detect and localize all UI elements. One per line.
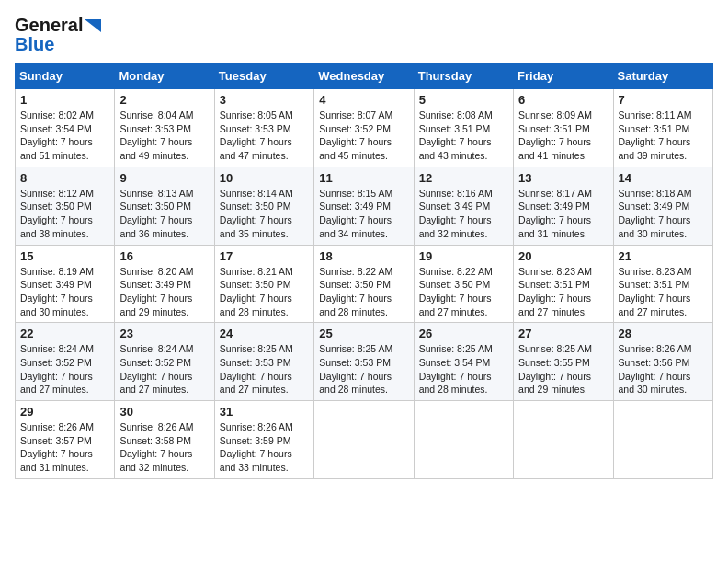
day-info: Sunrise: 8:23 AM Sunset: 3:51 PM Dayligh… bbox=[619, 265, 708, 319]
day-number: 24 bbox=[220, 327, 309, 340]
calendar-cell: 4 Sunrise: 8:07 AM Sunset: 3:52 PM Dayli… bbox=[314, 89, 414, 167]
day-info: Sunrise: 8:22 AM Sunset: 3:50 PM Dayligh… bbox=[419, 265, 508, 319]
day-number: 27 bbox=[518, 327, 608, 340]
day-info: Sunrise: 8:25 AM Sunset: 3:53 PM Dayligh… bbox=[220, 342, 309, 396]
logo: General Blue bbox=[15, 15, 101, 55]
day-info: Sunrise: 8:22 AM Sunset: 3:50 PM Dayligh… bbox=[319, 265, 408, 319]
day-info: Sunrise: 8:15 AM Sunset: 3:49 PM Dayligh… bbox=[319, 187, 408, 241]
day-info: Sunrise: 8:13 AM Sunset: 3:50 PM Dayligh… bbox=[119, 187, 209, 241]
day-number: 16 bbox=[119, 249, 209, 263]
calendar-cell: 3 Sunrise: 8:05 AM Sunset: 3:53 PM Dayli… bbox=[214, 89, 313, 167]
day-info: Sunrise: 8:05 AM Sunset: 3:53 PM Dayligh… bbox=[220, 109, 309, 163]
calendar-cell: 31 Sunrise: 8:26 AM Sunset: 3:59 PM Dayl… bbox=[214, 401, 313, 479]
day-number: 14 bbox=[619, 171, 708, 185]
day-info: Sunrise: 8:14 AM Sunset: 3:50 PM Dayligh… bbox=[220, 187, 309, 241]
weekday-header-friday: Friday bbox=[514, 63, 613, 89]
day-info: Sunrise: 8:21 AM Sunset: 3:50 PM Dayligh… bbox=[220, 265, 309, 319]
day-info: Sunrise: 8:20 AM Sunset: 3:49 PM Dayligh… bbox=[119, 265, 209, 319]
day-number: 29 bbox=[20, 405, 109, 419]
day-number: 2 bbox=[119, 93, 209, 107]
calendar-cell: 17 Sunrise: 8:21 AM Sunset: 3:50 PM Dayl… bbox=[214, 245, 313, 323]
calendar-cell: 9 Sunrise: 8:13 AM Sunset: 3:50 PM Dayli… bbox=[115, 167, 214, 245]
day-number: 20 bbox=[518, 249, 608, 263]
day-number: 6 bbox=[518, 93, 608, 107]
day-number: 22 bbox=[20, 327, 109, 340]
day-number: 4 bbox=[319, 93, 408, 107]
day-number: 15 bbox=[20, 249, 109, 263]
logo-container: General Blue bbox=[15, 15, 101, 55]
calendar-table: SundayMondayTuesdayWednesdayThursdayFrid… bbox=[15, 63, 713, 479]
calendar-cell: 19 Sunrise: 8:22 AM Sunset: 3:50 PM Dayl… bbox=[414, 245, 513, 323]
calendar-cell: 5 Sunrise: 8:08 AM Sunset: 3:51 PM Dayli… bbox=[414, 89, 513, 167]
day-number: 3 bbox=[220, 93, 309, 107]
day-number: 28 bbox=[619, 327, 708, 340]
day-number: 23 bbox=[119, 327, 209, 340]
day-info: Sunrise: 8:04 AM Sunset: 3:53 PM Dayligh… bbox=[119, 109, 209, 163]
day-info: Sunrise: 8:11 AM Sunset: 3:51 PM Dayligh… bbox=[619, 109, 708, 163]
day-info: Sunrise: 8:26 AM Sunset: 3:57 PM Dayligh… bbox=[20, 420, 109, 475]
calendar-cell: 24 Sunrise: 8:25 AM Sunset: 3:53 PM Dayl… bbox=[214, 323, 313, 401]
calendar-cell: 7 Sunrise: 8:11 AM Sunset: 3:51 PM Dayli… bbox=[613, 89, 712, 167]
calendar-cell: 1 Sunrise: 8:02 AM Sunset: 3:54 PM Dayli… bbox=[16, 89, 115, 167]
calendar-cell: 13 Sunrise: 8:17 AM Sunset: 3:49 PM Dayl… bbox=[514, 167, 613, 245]
day-info: Sunrise: 8:16 AM Sunset: 3:49 PM Dayligh… bbox=[419, 187, 508, 241]
day-info: Sunrise: 8:12 AM Sunset: 3:50 PM Dayligh… bbox=[20, 187, 109, 241]
day-info: Sunrise: 8:24 AM Sunset: 3:52 PM Dayligh… bbox=[20, 342, 109, 396]
calendar-cell: 22 Sunrise: 8:24 AM Sunset: 3:52 PM Dayl… bbox=[16, 323, 115, 401]
calendar-cell: 11 Sunrise: 8:15 AM Sunset: 3:49 PM Dayl… bbox=[314, 167, 414, 245]
calendar-cell: 18 Sunrise: 8:22 AM Sunset: 3:50 PM Dayl… bbox=[314, 245, 414, 323]
day-number: 19 bbox=[419, 249, 508, 263]
day-info: Sunrise: 8:09 AM Sunset: 3:51 PM Dayligh… bbox=[518, 109, 608, 163]
day-info: Sunrise: 8:26 AM Sunset: 3:59 PM Dayligh… bbox=[220, 420, 309, 475]
day-info: Sunrise: 8:23 AM Sunset: 3:51 PM Dayligh… bbox=[518, 265, 608, 319]
day-number: 31 bbox=[220, 405, 309, 419]
logo-triangle-icon bbox=[85, 19, 101, 32]
calendar-cell bbox=[314, 401, 414, 479]
calendar-cell: 26 Sunrise: 8:25 AM Sunset: 3:54 PM Dayl… bbox=[414, 323, 513, 401]
day-number: 10 bbox=[220, 171, 309, 185]
day-number: 1 bbox=[20, 93, 109, 107]
day-number: 17 bbox=[220, 249, 309, 263]
day-number: 11 bbox=[319, 171, 408, 185]
day-info: Sunrise: 8:25 AM Sunset: 3:55 PM Dayligh… bbox=[518, 342, 608, 396]
day-number: 25 bbox=[319, 327, 408, 340]
calendar-cell: 10 Sunrise: 8:14 AM Sunset: 3:50 PM Dayl… bbox=[214, 167, 313, 245]
calendar-cell: 20 Sunrise: 8:23 AM Sunset: 3:51 PM Dayl… bbox=[514, 245, 613, 323]
day-number: 5 bbox=[419, 93, 508, 107]
weekday-header-saturday: Saturday bbox=[613, 63, 712, 89]
day-info: Sunrise: 8:17 AM Sunset: 3:49 PM Dayligh… bbox=[518, 187, 608, 241]
calendar-cell: 29 Sunrise: 8:26 AM Sunset: 3:57 PM Dayl… bbox=[16, 401, 115, 479]
day-info: Sunrise: 8:07 AM Sunset: 3:52 PM Dayligh… bbox=[319, 109, 408, 163]
calendar-cell: 25 Sunrise: 8:25 AM Sunset: 3:53 PM Dayl… bbox=[314, 323, 414, 401]
day-number: 12 bbox=[419, 171, 508, 185]
day-number: 8 bbox=[20, 171, 109, 185]
day-info: Sunrise: 8:02 AM Sunset: 3:54 PM Dayligh… bbox=[20, 109, 109, 163]
calendar-cell: 30 Sunrise: 8:26 AM Sunset: 3:58 PM Dayl… bbox=[115, 401, 214, 479]
day-number: 7 bbox=[619, 93, 708, 107]
day-info: Sunrise: 8:26 AM Sunset: 3:56 PM Dayligh… bbox=[619, 342, 708, 396]
day-info: Sunrise: 8:19 AM Sunset: 3:49 PM Dayligh… bbox=[20, 265, 109, 319]
header: General Blue bbox=[15, 15, 713, 55]
day-number: 26 bbox=[419, 327, 508, 340]
weekday-header-wednesday: Wednesday bbox=[314, 63, 414, 89]
weekday-header-sunday: Sunday bbox=[16, 63, 115, 89]
weekday-header-monday: Monday bbox=[115, 63, 214, 89]
calendar-cell: 2 Sunrise: 8:04 AM Sunset: 3:53 PM Dayli… bbox=[115, 89, 214, 167]
logo-general-text: General bbox=[15, 15, 83, 36]
svg-marker-0 bbox=[85, 19, 101, 32]
day-number: 30 bbox=[119, 405, 209, 419]
calendar-cell bbox=[613, 401, 712, 479]
calendar-cell: 14 Sunrise: 8:18 AM Sunset: 3:49 PM Dayl… bbox=[613, 167, 712, 245]
calendar-cell: 21 Sunrise: 8:23 AM Sunset: 3:51 PM Dayl… bbox=[613, 245, 712, 323]
calendar-cell: 6 Sunrise: 8:09 AM Sunset: 3:51 PM Dayli… bbox=[514, 89, 613, 167]
calendar-cell: 12 Sunrise: 8:16 AM Sunset: 3:49 PM Dayl… bbox=[414, 167, 513, 245]
day-number: 9 bbox=[119, 171, 209, 185]
calendar-cell: 16 Sunrise: 8:20 AM Sunset: 3:49 PM Dayl… bbox=[115, 245, 214, 323]
day-info: Sunrise: 8:08 AM Sunset: 3:51 PM Dayligh… bbox=[419, 109, 508, 163]
weekday-header-thursday: Thursday bbox=[414, 63, 513, 89]
calendar-cell: 15 Sunrise: 8:19 AM Sunset: 3:49 PM Dayl… bbox=[16, 245, 115, 323]
day-info: Sunrise: 8:25 AM Sunset: 3:54 PM Dayligh… bbox=[419, 342, 508, 396]
calendar-cell: 28 Sunrise: 8:26 AM Sunset: 3:56 PM Dayl… bbox=[613, 323, 712, 401]
day-info: Sunrise: 8:26 AM Sunset: 3:58 PM Dayligh… bbox=[119, 420, 209, 475]
calendar-cell: 27 Sunrise: 8:25 AM Sunset: 3:55 PM Dayl… bbox=[514, 323, 613, 401]
